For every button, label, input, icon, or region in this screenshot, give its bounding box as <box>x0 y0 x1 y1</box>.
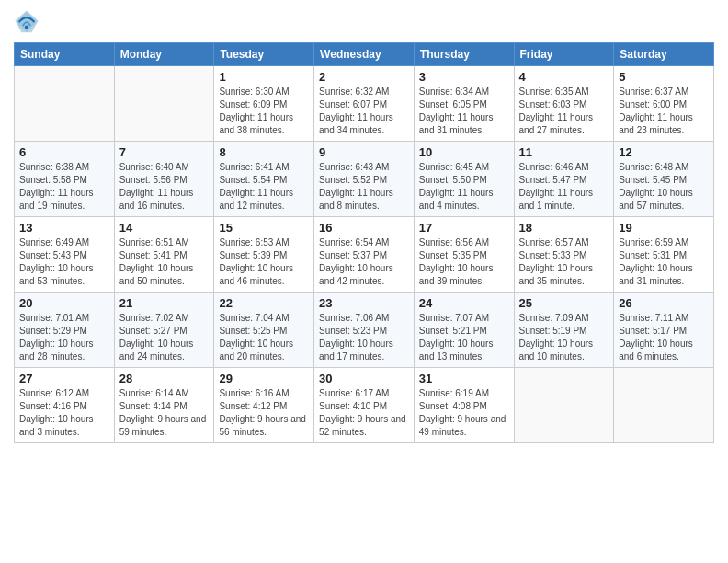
day-info: Sunrise: 6:34 AM Sunset: 6:05 PM Dayligh… <box>419 86 509 137</box>
day-number: 10 <box>419 145 509 159</box>
day-info: Sunrise: 6:35 AM Sunset: 6:03 PM Dayligh… <box>519 86 609 137</box>
day-number: 15 <box>219 221 309 235</box>
calendar-day-cell: 6Sunrise: 6:38 AM Sunset: 5:58 PM Daylig… <box>15 142 115 217</box>
calendar-day-cell <box>15 66 115 142</box>
calendar-day-cell: 29Sunrise: 6:16 AM Sunset: 4:12 PM Dayli… <box>214 368 314 443</box>
calendar-day-cell: 22Sunrise: 7:04 AM Sunset: 5:25 PM Dayli… <box>214 293 314 368</box>
day-info: Sunrise: 6:59 AM Sunset: 5:31 PM Dayligh… <box>619 236 709 288</box>
day-info: Sunrise: 6:14 AM Sunset: 4:14 PM Dayligh… <box>119 387 210 439</box>
day-number: 3 <box>419 70 509 84</box>
weekday-header: Monday <box>114 43 214 66</box>
day-number: 13 <box>19 221 109 235</box>
day-number: 21 <box>119 296 210 310</box>
calendar-day-cell: 7Sunrise: 6:40 AM Sunset: 5:56 PM Daylig… <box>114 142 214 217</box>
day-number: 2 <box>319 70 409 84</box>
day-number: 11 <box>519 145 609 159</box>
day-info: Sunrise: 6:46 AM Sunset: 5:47 PM Dayligh… <box>519 161 609 213</box>
day-info: Sunrise: 6:17 AM Sunset: 4:10 PM Dayligh… <box>319 387 409 439</box>
calendar-day-cell: 12Sunrise: 6:48 AM Sunset: 5:45 PM Dayli… <box>614 142 714 217</box>
day-number: 18 <box>519 221 609 235</box>
day-info: Sunrise: 6:41 AM Sunset: 5:54 PM Dayligh… <box>219 161 309 213</box>
day-number: 1 <box>219 70 309 84</box>
calendar-day-cell: 19Sunrise: 6:59 AM Sunset: 5:31 PM Dayli… <box>614 217 714 293</box>
day-number: 16 <box>319 221 409 235</box>
calendar-day-cell: 26Sunrise: 7:11 AM Sunset: 5:17 PM Dayli… <box>614 293 714 368</box>
day-number: 6 <box>19 145 109 159</box>
calendar-week-row: 1Sunrise: 6:30 AM Sunset: 6:09 PM Daylig… <box>15 66 714 142</box>
weekday-header: Friday <box>514 43 614 66</box>
day-number: 25 <box>519 296 609 310</box>
calendar-day-cell: 24Sunrise: 7:07 AM Sunset: 5:21 PM Dayli… <box>414 293 514 368</box>
calendar-day-cell: 27Sunrise: 6:12 AM Sunset: 4:16 PM Dayli… <box>15 368 115 443</box>
day-info: Sunrise: 6:48 AM Sunset: 5:45 PM Dayligh… <box>619 161 709 213</box>
day-info: Sunrise: 7:04 AM Sunset: 5:25 PM Dayligh… <box>219 312 309 363</box>
day-info: Sunrise: 7:06 AM Sunset: 5:23 PM Dayligh… <box>319 312 409 363</box>
day-number: 28 <box>119 372 210 385</box>
calendar-header-row: SundayMondayTuesdayWednesdayThursdayFrid… <box>15 43 714 66</box>
calendar-day-cell: 21Sunrise: 7:02 AM Sunset: 5:27 PM Dayli… <box>114 293 214 368</box>
calendar-day-cell: 23Sunrise: 7:06 AM Sunset: 5:23 PM Dayli… <box>314 293 415 368</box>
calendar-day-cell: 2Sunrise: 6:32 AM Sunset: 6:07 PM Daylig… <box>314 66 415 142</box>
calendar-day-cell: 18Sunrise: 6:57 AM Sunset: 5:33 PM Dayli… <box>514 217 614 293</box>
day-number: 23 <box>319 296 409 310</box>
day-number: 29 <box>219 372 309 385</box>
day-number: 27 <box>19 372 109 385</box>
day-info: Sunrise: 6:57 AM Sunset: 5:33 PM Dayligh… <box>519 236 609 288</box>
day-info: Sunrise: 6:12 AM Sunset: 4:16 PM Dayligh… <box>19 387 109 439</box>
day-info: Sunrise: 7:09 AM Sunset: 5:19 PM Dayligh… <box>519 312 609 363</box>
day-number: 14 <box>119 221 210 235</box>
logo-icon <box>14 9 40 35</box>
day-info: Sunrise: 6:45 AM Sunset: 5:50 PM Dayligh… <box>419 161 509 213</box>
day-number: 7 <box>119 145 210 159</box>
day-number: 17 <box>419 221 509 235</box>
day-info: Sunrise: 7:01 AM Sunset: 5:29 PM Dayligh… <box>19 312 109 363</box>
day-info: Sunrise: 7:07 AM Sunset: 5:21 PM Dayligh… <box>419 312 509 363</box>
day-number: 20 <box>19 296 109 310</box>
calendar-day-cell: 14Sunrise: 6:51 AM Sunset: 5:41 PM Dayli… <box>114 217 214 293</box>
weekday-header: Tuesday <box>214 43 314 66</box>
calendar-day-cell: 20Sunrise: 7:01 AM Sunset: 5:29 PM Dayli… <box>15 293 115 368</box>
calendar-day-cell <box>114 66 214 142</box>
calendar-day-cell: 25Sunrise: 7:09 AM Sunset: 5:19 PM Dayli… <box>514 293 614 368</box>
calendar-day-cell <box>614 368 714 443</box>
weekday-header: Saturday <box>614 43 714 66</box>
day-info: Sunrise: 6:56 AM Sunset: 5:35 PM Dayligh… <box>419 236 509 288</box>
calendar-week-row: 20Sunrise: 7:01 AM Sunset: 5:29 PM Dayli… <box>15 293 714 368</box>
calendar-day-cell: 11Sunrise: 6:46 AM Sunset: 5:47 PM Dayli… <box>514 142 614 217</box>
calendar-week-row: 27Sunrise: 6:12 AM Sunset: 4:16 PM Dayli… <box>15 368 714 443</box>
page-container: SundayMondayTuesdayWednesdayThursdayFrid… <box>0 0 728 457</box>
svg-point-2 <box>25 26 28 29</box>
day-info: Sunrise: 6:38 AM Sunset: 5:58 PM Dayligh… <box>19 161 109 213</box>
calendar-day-cell: 10Sunrise: 6:45 AM Sunset: 5:50 PM Dayli… <box>414 142 514 217</box>
day-info: Sunrise: 6:37 AM Sunset: 6:00 PM Dayligh… <box>619 86 709 137</box>
weekday-header: Wednesday <box>314 43 415 66</box>
day-number: 4 <box>519 70 609 84</box>
day-info: Sunrise: 6:53 AM Sunset: 5:39 PM Dayligh… <box>219 236 309 288</box>
logo <box>14 9 43 35</box>
calendar-table: SundayMondayTuesdayWednesdayThursdayFrid… <box>14 42 714 443</box>
calendar-day-cell: 8Sunrise: 6:41 AM Sunset: 5:54 PM Daylig… <box>214 142 314 217</box>
day-info: Sunrise: 6:30 AM Sunset: 6:09 PM Dayligh… <box>219 86 309 137</box>
weekday-header: Sunday <box>15 43 115 66</box>
calendar-day-cell: 4Sunrise: 6:35 AM Sunset: 6:03 PM Daylig… <box>514 66 614 142</box>
day-number: 26 <box>619 296 709 310</box>
calendar-day-cell: 1Sunrise: 6:30 AM Sunset: 6:09 PM Daylig… <box>214 66 314 142</box>
day-number: 31 <box>419 372 509 385</box>
day-number: 24 <box>419 296 509 310</box>
calendar-day-cell: 31Sunrise: 6:19 AM Sunset: 4:08 PM Dayli… <box>414 368 514 443</box>
day-info: Sunrise: 7:02 AM Sunset: 5:27 PM Dayligh… <box>119 312 210 363</box>
calendar-day-cell: 5Sunrise: 6:37 AM Sunset: 6:00 PM Daylig… <box>614 66 714 142</box>
calendar-week-row: 6Sunrise: 6:38 AM Sunset: 5:58 PM Daylig… <box>15 142 714 217</box>
calendar-day-cell <box>514 368 614 443</box>
day-number: 12 <box>619 145 709 159</box>
day-info: Sunrise: 6:19 AM Sunset: 4:08 PM Dayligh… <box>419 387 509 439</box>
day-number: 30 <box>319 372 409 385</box>
calendar-day-cell: 9Sunrise: 6:43 AM Sunset: 5:52 PM Daylig… <box>314 142 415 217</box>
calendar-day-cell: 30Sunrise: 6:17 AM Sunset: 4:10 PM Dayli… <box>314 368 415 443</box>
day-info: Sunrise: 6:54 AM Sunset: 5:37 PM Dayligh… <box>319 236 409 288</box>
day-info: Sunrise: 6:32 AM Sunset: 6:07 PM Dayligh… <box>319 86 409 137</box>
calendar-day-cell: 13Sunrise: 6:49 AM Sunset: 5:43 PM Dayli… <box>15 217 115 293</box>
calendar-day-cell: 15Sunrise: 6:53 AM Sunset: 5:39 PM Dayli… <box>214 217 314 293</box>
day-number: 9 <box>319 145 409 159</box>
day-info: Sunrise: 6:16 AM Sunset: 4:12 PM Dayligh… <box>219 387 309 439</box>
